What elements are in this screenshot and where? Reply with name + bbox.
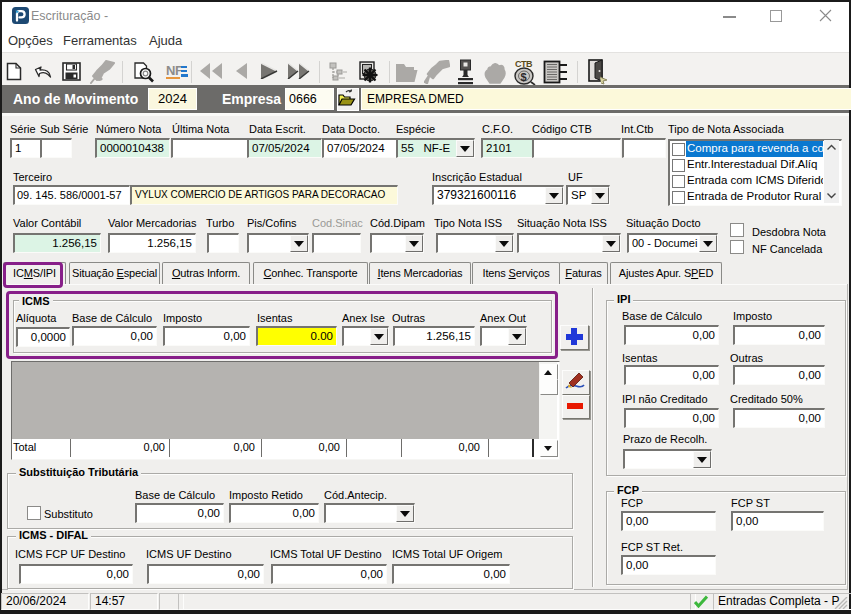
svg-text:$: $ (521, 71, 527, 83)
